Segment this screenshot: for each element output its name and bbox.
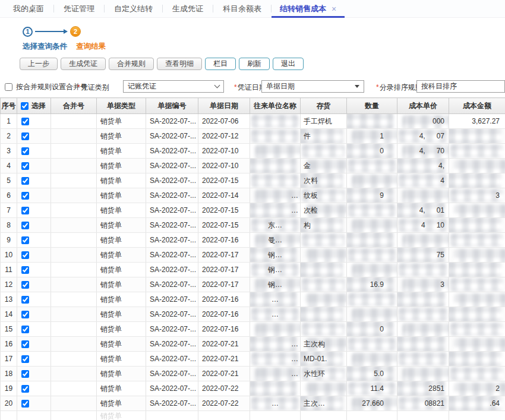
- doc-no-cell: SA-2022-07-...: [146, 144, 198, 159]
- doc-type-cell: 销货单: [97, 307, 146, 322]
- row-select-checkbox[interactable]: [21, 251, 29, 259]
- doc-no-cell: SA-2022-07-...: [146, 159, 198, 173]
- sort-rule-select[interactable]: 按科目排序: [416, 80, 505, 93]
- merge-no-cell: [51, 411, 97, 420]
- price-cell: 000: [397, 114, 449, 129]
- row-select-checkbox[interactable]: [21, 266, 29, 274]
- sort-rule-label: *分录排序规则: [376, 83, 422, 93]
- doc-date-cell: 2022-07-15: [198, 173, 250, 188]
- view-detail-button[interactable]: 查看明细: [157, 58, 202, 70]
- row-select-checkbox[interactable]: [21, 236, 29, 244]
- redaction-blur: [402, 234, 449, 248]
- tab-6[interactable]: 结转销售成本×: [272, 0, 345, 18]
- table-row: 11销货单SA-2022-07-...2022-07-17钢…: [1, 263, 505, 277]
- row-index-cell: 13: [1, 292, 17, 307]
- voucher-date-value: 单据日期: [266, 81, 295, 91]
- doc-type-cell: 销货单: [97, 248, 146, 263]
- column-header-11: 成本金额: [449, 98, 505, 114]
- doc-no-cell: SA-2022-07-...: [146, 337, 198, 352]
- row-select-checkbox[interactable]: [21, 222, 29, 229]
- cell-text-fragment: 主次构: [304, 339, 325, 349]
- row-select-checkbox[interactable]: [21, 370, 29, 378]
- row-select-checkbox[interactable]: [21, 192, 29, 200]
- customer-cell: …: [250, 367, 301, 381]
- amount-cell: [449, 322, 505, 337]
- row-index-cell: 18: [1, 367, 17, 381]
- row-index-cell: 1: [1, 114, 17, 129]
- customer-cell: 钢…: [250, 248, 301, 263]
- price-cell: 2851: [397, 381, 449, 396]
- doc-type-cell: 销货单: [97, 396, 146, 411]
- cell-text-fragment: …: [291, 206, 300, 214]
- merge-rule-checkbox[interactable]: [5, 83, 12, 91]
- voucher-type-select[interactable]: 记账凭证: [123, 80, 224, 93]
- row-select-checkbox[interactable]: [21, 311, 29, 318]
- merge-rule-button[interactable]: 合并规则: [109, 58, 154, 70]
- row-select-checkbox[interactable]: [21, 296, 29, 304]
- doc-type-cell: 销货单: [97, 129, 146, 144]
- triangle-down-icon: [355, 85, 359, 88]
- redaction-blur: [450, 367, 503, 380]
- row-index-cell: 17: [1, 352, 17, 367]
- cell-text-fragment: 000: [433, 117, 444, 125]
- doc-no-cell: SA-2022-07-...: [146, 248, 198, 263]
- redaction-blur: [399, 263, 447, 276]
- row-select-checkbox[interactable]: [21, 340, 29, 348]
- customer-cell: 钢…: [250, 263, 301, 277]
- select-all-checkbox[interactable]: [21, 102, 29, 110]
- table-row: 8销货单SA-2022-07-...2022-07-15东…构410: [1, 218, 505, 233]
- row-select-checkbox[interactable]: [21, 118, 29, 125]
- row-index-cell: 12: [1, 277, 17, 292]
- cell-text-fragment: 75: [437, 251, 444, 259]
- row-select-checkbox[interactable]: [21, 385, 29, 393]
- tab-5[interactable]: 科目余额表: [213, 0, 271, 18]
- tab-3[interactable]: 自定义结转: [105, 0, 162, 18]
- active-tab-underline: [272, 16, 345, 18]
- doc-no-cell: SA-2022-07-...: [146, 322, 198, 337]
- row-select-checkbox[interactable]: [21, 400, 29, 408]
- tab-1[interactable]: 我的桌面: [13, 0, 53, 18]
- cell-text-fragment: 1: [380, 132, 384, 140]
- inventory-cell: [301, 292, 347, 307]
- redaction-blur: [454, 160, 505, 173]
- row-select-checkbox[interactable]: [21, 355, 29, 363]
- inventory-cell: [301, 277, 347, 292]
- redaction-blur: [302, 144, 345, 157]
- customer-cell: [250, 114, 301, 129]
- table-row: 16销货单SA-2022-07-...2022-07-21…主次构: [1, 337, 505, 352]
- doc-no-cell: [146, 411, 198, 420]
- generate-voucher-button[interactable]: 生成凭证: [61, 58, 106, 70]
- column-header-6: 单据日期: [198, 98, 250, 114]
- row-select-checkbox[interactable]: [21, 207, 29, 214]
- cell-text-fragment: .64: [490, 399, 500, 408]
- row-select-checkbox[interactable]: [21, 147, 29, 155]
- row-select-checkbox[interactable]: [21, 162, 29, 170]
- voucher-date-select[interactable]: 单据日期: [261, 80, 364, 93]
- row-select-checkbox[interactable]: [21, 326, 29, 333]
- redaction-blur: [352, 130, 397, 144]
- close-icon[interactable]: ×: [332, 5, 336, 13]
- row-select-checkbox[interactable]: [21, 281, 29, 289]
- inventory-cell: [301, 233, 347, 248]
- merge-no-cell: [51, 277, 97, 292]
- amount-cell: [449, 411, 505, 420]
- exit-button[interactable]: 退出: [273, 58, 304, 70]
- tab-4[interactable]: 生成凭证: [163, 0, 213, 18]
- row-select-checkbox[interactable]: [21, 132, 29, 140]
- columns-button[interactable]: 栏目: [205, 58, 236, 70]
- row-select-checkbox[interactable]: [21, 177, 29, 185]
- doc-date-cell: 2022-07-10: [198, 159, 250, 173]
- redaction-blur: [301, 307, 343, 322]
- tab-label: 结转销售成本: [280, 4, 326, 14]
- refresh-button[interactable]: 刷新: [239, 58, 270, 70]
- customer-cell: …: [250, 307, 301, 322]
- redaction-blur: [397, 337, 446, 352]
- step-1-label: 选择查询条件: [23, 42, 76, 50]
- doc-type-cell: 销货单: [97, 292, 146, 307]
- previous-step-button[interactable]: 上一步: [20, 58, 58, 70]
- merge-no-cell: [51, 188, 97, 203]
- tab-2[interactable]: 凭证管理: [54, 0, 104, 18]
- redaction-blur: [450, 233, 503, 247]
- doc-type-cell: 销货单: [97, 263, 146, 277]
- price-cell: 410: [397, 218, 449, 233]
